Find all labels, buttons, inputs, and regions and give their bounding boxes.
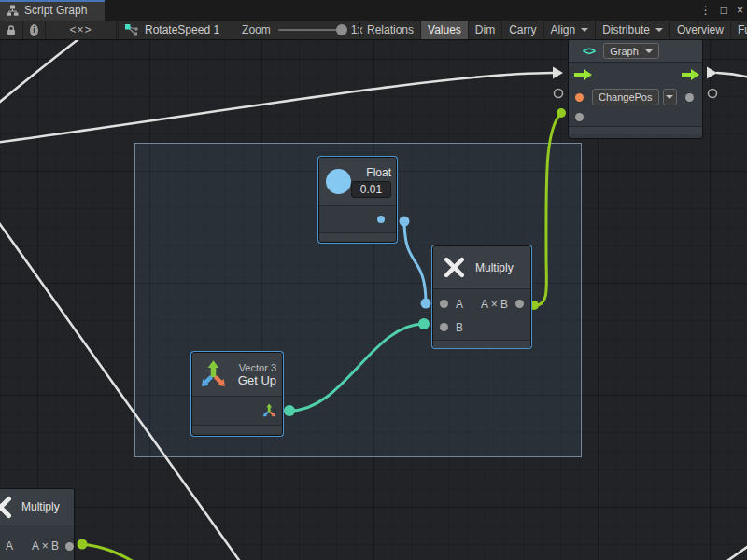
chevron-down-icon (645, 49, 653, 53)
event-port-row: ChangePos (569, 87, 702, 107)
wire-multiply2-output (82, 544, 135, 560)
relations-button[interactable]: Relations (359, 21, 421, 39)
node-footer (569, 126, 702, 134)
node-multiply-offscreen[interactable]: Multiply A A × B (0, 488, 75, 560)
tab-script-graph[interactable]: Script Graph (0, 0, 105, 21)
zoom-slider-handle[interactable] (336, 24, 347, 35)
info-icon: i (30, 24, 38, 36)
node-footer (319, 232, 396, 241)
float-port-row (319, 206, 396, 232)
flow-output-arrow-icon[interactable] (682, 68, 699, 81)
node-title: Multiply (475, 261, 514, 274)
values-button[interactable]: Values (421, 21, 469, 39)
value-input-port[interactable] (575, 113, 584, 121)
changepos-caret-button[interactable] (663, 89, 677, 105)
node-get-up[interactable]: Vector 3 Get Up (191, 352, 283, 436)
multiply2-header: Multiply (0, 489, 74, 525)
multiply2-ports: A A × B (0, 533, 74, 559)
tab-title: Script Graph (24, 4, 87, 17)
script-graph-window: Script Graph ⋮ □ × i <×> (0, 0, 747, 560)
lock-button[interactable] (0, 21, 23, 39)
dim-button[interactable]: Dim (469, 21, 502, 39)
graph-asset-icon (124, 23, 139, 37)
wire-endpoint-dot (78, 539, 88, 550)
graph-unit-header: <> Graph (569, 40, 702, 63)
graph-canvas[interactable]: <> Graph ChangeP (0, 40, 747, 560)
flow-arrowhead-left (553, 67, 563, 79)
multiply-header: Multiply (433, 246, 530, 289)
graph-code-icon: <> (583, 44, 595, 58)
multiply-ports: A A × B B (433, 289, 530, 340)
zoom-label: Zoom (242, 23, 271, 36)
value-port-row (569, 107, 702, 126)
flow-wire-bottom-right (725, 545, 747, 560)
chevron-down-icon (655, 28, 663, 32)
toolbar-view-options: Relations Values Dim Carry Align Distrib… (359, 21, 747, 39)
flow-wire-into-graph-node (0, 73, 553, 143)
changepos-dropdown[interactable]: ChangePos (592, 89, 659, 105)
node-footer (433, 340, 530, 348)
flow-arrowhead-right (707, 67, 717, 79)
close-icon[interactable]: × (737, 5, 743, 16)
lock-icon (7, 24, 16, 36)
full-screen-button[interactable]: Full Screen (731, 21, 747, 39)
multiply-x-icon (443, 256, 466, 279)
getup-port-row (192, 397, 282, 425)
maximize-icon[interactable]: □ (721, 5, 727, 16)
getup-header: Vector 3 Get Up (192, 353, 282, 397)
window-controls: ⋮ □ × (700, 0, 743, 21)
graph-reference-label: RotateSpeed 1 (145, 23, 219, 36)
node-float[interactable]: Float 0.01 (318, 157, 397, 243)
float-header: Float 0.01 (319, 158, 396, 206)
align-dropdown[interactable]: Align (544, 21, 597, 39)
info-button[interactable]: i (23, 21, 46, 39)
window-menu-icon[interactable]: ⋮ (700, 5, 712, 16)
vector3-axis-icon (198, 359, 230, 389)
distribute-dropdown[interactable]: Distribute (596, 21, 670, 39)
flow-input-arrow-icon[interactable] (574, 68, 592, 81)
node-multiply[interactable]: Multiply A A × B B (432, 245, 531, 348)
output-port[interactable] (65, 542, 74, 551)
float-type-icon (326, 169, 351, 194)
flow-wire-top-left (0, 40, 78, 106)
script-graph-hierarchy-icon (7, 5, 19, 16)
open-port-circle-right[interactable] (709, 90, 717, 98)
port-row-a: A A × B (433, 292, 530, 315)
node-graph-unit[interactable]: <> Graph ChangeP (568, 40, 703, 139)
code-preview-icon: <×> (69, 23, 92, 36)
vector3-output-port-icon[interactable] (261, 403, 277, 418)
carry-button[interactable]: Carry (502, 21, 543, 39)
graph-reference-breadcrumb[interactable]: RotateSpeed 1 (118, 21, 227, 39)
chevron-down-icon (581, 28, 588, 32)
node-type-label: Vector 3 (239, 362, 276, 373)
float-output-port[interactable] (377, 216, 385, 223)
port-row-a: A A × B (0, 533, 74, 559)
output-port[interactable] (515, 300, 524, 308)
chevron-down-icon (666, 95, 673, 99)
float-value-field[interactable]: 0.01 (351, 181, 391, 198)
event-input-port[interactable] (575, 93, 584, 102)
node-title: Multiply (21, 500, 60, 513)
node-title: Float (366, 166, 391, 179)
graph-toolbar: i <×> RotateSpeed 1 Zoom 1x Relations Va… (0, 21, 747, 40)
input-port-b[interactable] (440, 323, 448, 331)
zoom-slider[interactable] (278, 29, 344, 31)
node-footer (192, 425, 282, 433)
zoom-control: Zoom 1x (227, 21, 362, 39)
event-output-port[interactable] (685, 93, 694, 102)
code-preview-toggle[interactable]: <×> (46, 21, 117, 39)
graph-dropdown[interactable]: Graph (603, 43, 659, 59)
input-port-a[interactable] (440, 300, 448, 308)
flow-wire-out-of-graph-node (717, 73, 747, 77)
open-port-circle-left[interactable] (555, 90, 563, 98)
node-title: Get Up (238, 373, 276, 387)
overview-button[interactable]: Overview (670, 21, 731, 39)
wire-endpoint-dot (557, 108, 566, 118)
flow-ports-row (569, 63, 702, 87)
port-row-b: B (433, 315, 530, 339)
multiply-x-icon (0, 495, 13, 520)
titlebar: Script Graph ⋮ □ × (0, 0, 747, 21)
